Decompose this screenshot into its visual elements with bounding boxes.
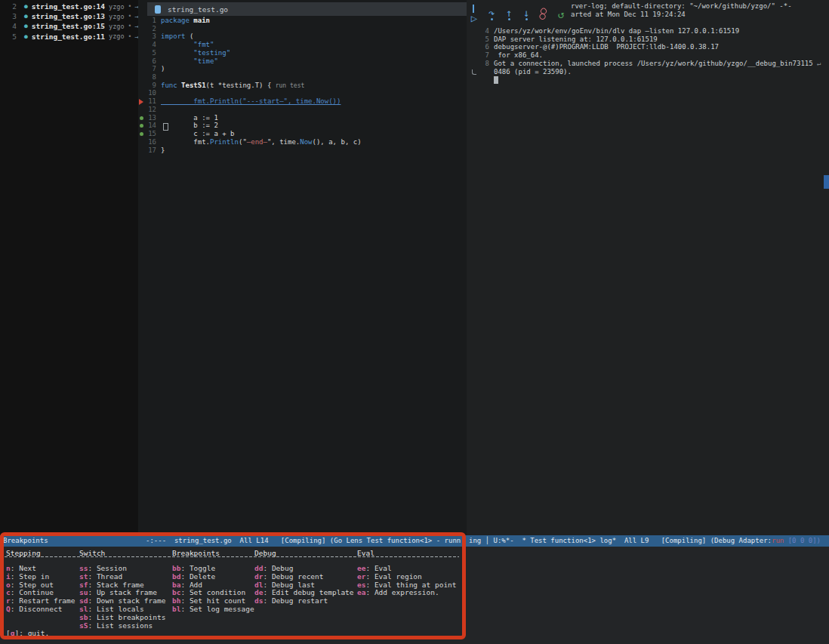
line-number: 5	[467, 35, 489, 44]
line-number: 3	[0, 12, 17, 20]
menu-item[interactable]: ea: Add expression.	[357, 589, 457, 597]
code-line: 1package main	[138, 17, 467, 25]
run-test-code-lens[interactable]: run test	[276, 82, 305, 89]
code-line: 2	[138, 25, 467, 33]
breakpoint-location[interactable]: string_test.go:13	[32, 12, 105, 20]
menu-item[interactable]: ds: Debug restart	[254, 597, 354, 605]
stepping-commands: n: Next i: Step in o: Step out c: Contin…	[6, 565, 76, 614]
menu-item[interactable]: sS: List sessions	[79, 622, 165, 630]
breakpoint-location[interactable]: string_test.go:11	[32, 32, 105, 41]
code-line: 8	[138, 73, 467, 82]
keyword: func	[161, 82, 181, 89]
line-number: 3	[138, 32, 156, 41]
column-header-breakpoints: Breakpoints	[172, 549, 220, 557]
line-number	[467, 68, 489, 76]
line-number: 8	[467, 60, 489, 68]
string-literal: "fmt"	[161, 41, 214, 48]
breakpoint-dot-icon: ●	[24, 3, 28, 10]
breakpoint-list-item[interactable]: 2●string_test.go:14yzgo•→	[0, 2, 139, 11]
tab-bar: string_test.go	[147, 2, 467, 16]
restart-button[interactable]: ↺	[556, 9, 566, 20]
identifier: main	[193, 17, 210, 24]
code-line: 12	[138, 106, 467, 114]
step-over-button[interactable]: ↷	[486, 8, 497, 20]
console-header-line: arted at Mon Dec 11 19:24:24	[571, 11, 686, 18]
emacs-debug-screen: 2●string_test.go:14yzgo•→ 3●string_test.…	[0, 0, 829, 644]
code-line: 9func TestS1(t *testing.T) { run test	[138, 82, 467, 90]
column-header-debug: Debug	[254, 549, 276, 557]
continue-button[interactable]: ▷	[469, 5, 479, 23]
breakpoint-list-item[interactable]: 3●string_test.go:13yzgo•→	[0, 11, 139, 21]
code-text: b := 2	[161, 122, 218, 129]
code-text: fmt.	[161, 138, 210, 146]
line-number: 13	[138, 114, 156, 122]
function-call: Println	[210, 138, 239, 146]
line-number: 9	[138, 82, 156, 90]
step-in-button[interactable]: ↓	[521, 8, 532, 20]
step-out-button[interactable]: ↑	[504, 8, 514, 20]
function-call: Now	[300, 138, 312, 146]
scrollbar-thumb[interactable]	[824, 175, 829, 189]
code-line: 13 a := 1	[138, 114, 467, 122]
code-text: c := a + b	[161, 130, 235, 137]
line-number: 4	[138, 41, 156, 49]
console-line: 8Got a connection, launched process /Use…	[467, 60, 813, 68]
code-text: a := 1	[161, 114, 218, 122]
menu-item[interactable]: bl: Set log message	[172, 605, 254, 614]
code-text: )	[161, 65, 165, 72]
column-header-eval: Eval	[357, 549, 374, 557]
quit-menu-item[interactable]: [q]: quit.	[6, 629, 49, 637]
menu-item[interactable]: Q: Disconnect	[6, 605, 76, 614]
stopped-line-text: fmt.Println("---start—", time.Now())	[161, 97, 341, 105]
debug-toolbar: ▷ ↷ ↑ ↓ ↺	[469, 5, 573, 23]
code-text: (t *testing.T) {	[206, 82, 276, 89]
function-name: TestS1	[181, 82, 206, 89]
breakpoint-package-tag: yzgo	[109, 3, 124, 11]
modeline-run-status: run	[772, 537, 784, 544]
line-number: 2	[138, 25, 156, 33]
string-literal: "time"	[161, 57, 218, 65]
code-lines: 1package main 2 3import ( 4 "fmt" 5 "tes…	[138, 17, 467, 154]
code-line: 7)	[138, 65, 467, 73]
menu-separator	[5, 556, 459, 557]
code-text: ", time.	[267, 138, 300, 146]
code-editor-window: string_test.go 1package main 2 3import (…	[138, 0, 467, 535]
bullet-separator: •	[128, 3, 132, 10]
console-text: for x86_64.	[494, 51, 543, 60]
string-literal: "testing"	[161, 49, 230, 57]
modeline-buffer-log: ing │ U:%*- * Test function<1> log* All …	[469, 535, 821, 547]
console-header-line: rver-log; default-directory: "~/work/git…	[571, 2, 792, 10]
line-number: 6	[138, 57, 156, 66]
tab-filename[interactable]: string_test.go	[168, 5, 228, 14]
breakpoint-list-item[interactable]: 5●string_test.go:11yzgo•→	[0, 32, 139, 42]
string-literal: —end—	[247, 138, 267, 146]
disconnect-icon[interactable]	[536, 7, 551, 22]
console-line: 6debugserver-@(#)PROGRAM:LLDB PROJECT:ll…	[467, 43, 719, 51]
keyword: package	[161, 17, 193, 24]
breakpoint-list-item[interactable]: 4●string_test.go:15yzgo•→	[0, 21, 139, 31]
bullet-separator: •	[128, 13, 132, 20]
console-line: 5DAP server listening at: 127.0.0.1:6151…	[467, 35, 658, 44]
breakpoint-package-tag: yzgo	[109, 32, 124, 40]
modeline-buffer-codefile: -:--- string_test.go All L14 [Compiling]…	[146, 535, 461, 547]
code-line: 4 "fmt"	[138, 41, 467, 49]
line-number: 16	[138, 138, 156, 146]
console-text: /Users/yz/work/env/goEnv/bin/dlv dap —li…	[494, 27, 739, 35]
breakpoint-location[interactable]: string_test.go:14	[32, 2, 105, 11]
line-number: 6	[467, 43, 489, 51]
line-number: 4	[0, 22, 17, 30]
console-cursor	[494, 76, 498, 84]
console-text: 0486 (pid = 23590).	[494, 68, 572, 76]
hydra-debug-menu: Stepping Switch Breakpoints Debug Eval n…	[0, 547, 829, 644]
code-text: (	[190, 32, 193, 40]
bullet-separator: •	[128, 33, 132, 40]
breakpoints-list-panel: 2●string_test.go:14yzgo•→ 3●string_test.…	[0, 0, 138, 535]
code-text: ("	[239, 138, 247, 146]
line-number: 10	[138, 89, 156, 97]
line-number: 14	[138, 122, 156, 130]
breakpoint-location[interactable]: string_test.go:15	[32, 22, 105, 30]
line-number: 15	[138, 130, 156, 138]
line-number: 7	[138, 65, 156, 73]
code-line: 6 "time"	[138, 57, 467, 66]
console-line: 0486 (pid = 23590).	[467, 68, 572, 76]
